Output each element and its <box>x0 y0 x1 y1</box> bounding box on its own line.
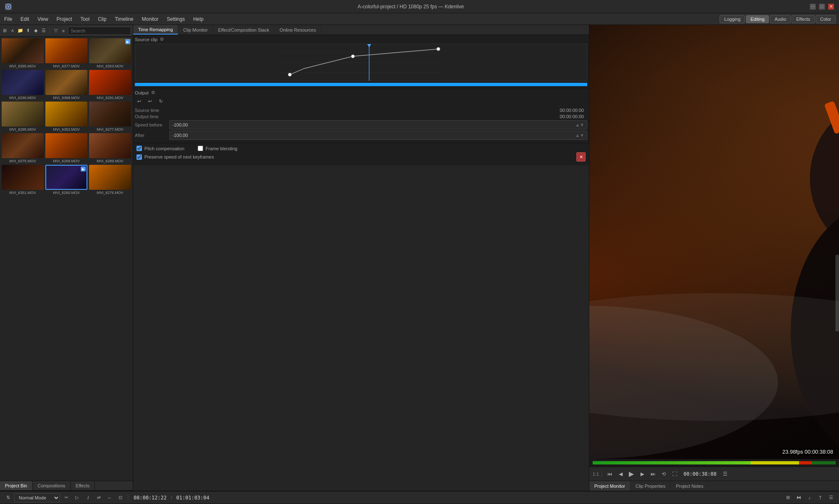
menu-item-settings[interactable]: Settings <box>163 13 189 25</box>
monitor-tab-clip-properties[interactable]: Clip Properties <box>630 481 671 491</box>
workspace-btn-logging[interactable]: Logging <box>720 15 745 23</box>
clip-thumbnail-0 <box>2 38 44 63</box>
selection-tool[interactable]: ▷ <box>72 493 82 502</box>
upload-button[interactable]: ⬆ <box>25 27 32 35</box>
delete-keyframe-button[interactable]: ✕ <box>576 152 586 161</box>
clip-thumbnail-13: ▶ <box>45 165 87 190</box>
minimize-button[interactable]: ─ <box>810 4 816 10</box>
redo-button[interactable]: ↩ <box>146 97 154 105</box>
audio-follow-button[interactable]: ♪ <box>805 493 814 502</box>
clip-item-6[interactable]: MVI_6295.MOV <box>2 102 44 132</box>
panel-tab-project-bin[interactable]: Project Bin <box>0 481 32 490</box>
separator <box>50 27 50 34</box>
frame-blending-checkbox[interactable] <box>198 146 203 151</box>
clip-item-2[interactable]: ▶MVI_6353.MOV <box>89 38 131 68</box>
clip-label-12: MVI_6351.MOV <box>2 191 44 195</box>
ripple-tool[interactable]: ⤸ <box>83 493 92 502</box>
close-button[interactable]: ✕ <box>828 4 834 10</box>
monitor-tab-project-notes[interactable]: Project Notes <box>671 481 709 491</box>
clip-item-5[interactable]: MVI_6291.MOV <box>89 70 131 100</box>
next-frame-button[interactable]: ▶ <box>638 469 647 479</box>
collapse-button[interactable]: ∧ <box>10 27 16 35</box>
pitch-compensation-label: Pitch compensation <box>144 146 184 151</box>
ripple-edit-button[interactable]: ⧓ <box>794 493 803 502</box>
workspace-btn-color[interactable]: Color <box>816 15 836 23</box>
menu-item-monitor[interactable]: Monitor <box>138 13 163 25</box>
clip-item-10[interactable]: MVI_6269.MOV <box>45 133 87 163</box>
maximize-button[interactable]: □ <box>819 4 825 10</box>
timeline-settings[interactable]: ☰ <box>827 493 836 502</box>
prev-frame-button[interactable]: ◀ <box>616 469 625 479</box>
video-preview[interactable]: 23.98fps 00:00:38:08 <box>589 25 839 459</box>
clip-item-9[interactable]: MVI_6375.MOV <box>2 133 44 163</box>
play-pause-button[interactable]: ▶ <box>627 469 636 479</box>
clip-item-11[interactable]: MVI_6289.MOV <box>89 133 131 163</box>
menu-item-clip[interactable]: Clip <box>94 13 111 25</box>
clip-item-14[interactable]: MVI_6276.MOV <box>89 165 131 195</box>
reset-button[interactable]: ↻ <box>156 97 165 105</box>
source-clip-label: Source clip <box>135 37 157 42</box>
clip-item-13[interactable]: ▶MVI_6260.MOV <box>45 165 87 195</box>
spacer-tool[interactable]: ↔ <box>105 493 114 502</box>
output-icon: ⚙ <box>151 90 155 95</box>
speed-before-field[interactable]: -100,00 ▲▼ <box>169 120 587 129</box>
speed-before-label: Speed before <box>135 122 169 127</box>
folder-button[interactable]: 📁 <box>17 27 24 35</box>
clip-item-4[interactable]: MVI_6368.MOV <box>45 70 87 100</box>
menu-item-edit[interactable]: Edit <box>16 13 33 25</box>
content-tab-0[interactable]: Time Remapping <box>133 25 178 35</box>
skip-start-button[interactable]: ⏮ <box>605 469 614 479</box>
after-field[interactable]: -100,00 ▲▼ <box>169 131 587 140</box>
view-grid-button[interactable]: ⊞ <box>2 27 8 35</box>
clip-item-3[interactable]: MVI_6290.MOV <box>2 70 44 100</box>
menu-item-project[interactable]: Project <box>52 13 76 25</box>
content-tab-1[interactable]: Clip Monitor <box>178 25 213 35</box>
razor-tool[interactable]: ✂ <box>62 493 71 502</box>
sort-button[interactable]: ≡ <box>60 27 67 35</box>
clip-item-7[interactable]: MVI_6352.MOV <box>45 102 87 132</box>
menu-item-help[interactable]: Help <box>189 13 208 25</box>
source-scrubber[interactable] <box>135 83 587 86</box>
fit-button[interactable]: ⊡ <box>116 493 125 502</box>
clip-item-8[interactable]: MVI_6277.MOV <box>89 102 131 132</box>
workspace-btn-editing[interactable]: Editing <box>746 15 769 23</box>
skip-end-button[interactable]: ⏭ <box>648 469 658 479</box>
workspace-btn-effects[interactable]: Effects <box>792 15 814 23</box>
menu-item-timeline[interactable]: Timeline <box>111 13 138 25</box>
search-input[interactable] <box>68 27 131 35</box>
snap-button[interactable]: ⊞ <box>783 493 792 502</box>
slip-tool[interactable]: ⇌ <box>94 493 103 502</box>
clip-grid: MVI_6395.MOVMVI_6377.MOV▶MVI_6353.MOVMVI… <box>0 37 133 481</box>
main-layout: ⊞ ∧ 📁 ⬆ ◆ ☰ ▽ ≡ MVI_6395.MOVMVI_6377.MOV… <box>0 25 839 491</box>
mode-select[interactable]: Normal Mode <box>14 493 60 502</box>
fullscreen-button[interactable]: ⛶ <box>670 469 679 479</box>
loop-button[interactable]: ⟲ <box>659 469 668 479</box>
clip-label-13: MVI_6260.MOV <box>45 191 87 195</box>
clip-badge-2: ▶ <box>125 39 130 44</box>
marker-button[interactable]: ◆ <box>33 27 40 35</box>
svg-point-6 <box>351 55 355 58</box>
timeline-area: ⇅ Normal Mode ✂ ▷ ⤸ ⇌ ↔ ⊡ 08:00:12:22 / … <box>0 491 839 504</box>
clip-item-12[interactable]: MVI_6351.MOV <box>2 165 44 195</box>
clip-label-5: MVI_6291.MOV <box>89 96 131 100</box>
playlist-button[interactable]: ☰ <box>721 469 730 479</box>
menu-item-file[interactable]: File <box>0 13 16 25</box>
pitch-compensation-checkbox[interactable] <box>137 146 142 151</box>
content-tab-3[interactable]: Online Resources <box>275 25 321 35</box>
menu-item-view[interactable]: View <box>33 13 52 25</box>
menu-button[interactable]: ☰ <box>40 27 47 35</box>
panel-tab-compositions[interactable]: Compositions <box>32 481 71 490</box>
workspace-btn-audio[interactable]: Audio <box>770 15 791 23</box>
filter-button[interactable]: ▽ <box>52 27 59 35</box>
menu-item-tool[interactable]: Tool <box>76 13 94 25</box>
preserve-speed-checkbox[interactable] <box>137 154 142 160</box>
clip-item-1[interactable]: MVI_6377.MOV <box>45 38 87 68</box>
subtitle-button[interactable]: T <box>816 493 825 502</box>
clip-label-0: MVI_6395.MOV <box>2 64 44 68</box>
clip-item-0[interactable]: MVI_6395.MOV <box>2 38 44 68</box>
undo-button[interactable]: ↩ <box>135 97 143 105</box>
monitor-tab-project-monitor[interactable]: Project Monitor <box>589 481 630 491</box>
panel-tab-effects[interactable]: Effects <box>71 481 95 490</box>
content-tab-2[interactable]: Effect/Composition Stack <box>213 25 275 35</box>
track-toggle-button[interactable]: ⇅ <box>3 493 12 502</box>
